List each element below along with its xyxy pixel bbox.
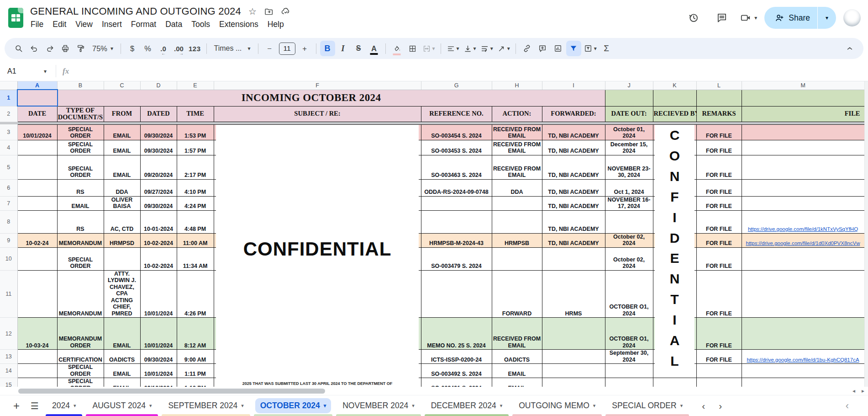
cell-C4[interactable]: EMAIL	[104, 140, 140, 155]
cell-A9[interactable]: 10-02-24	[17, 233, 57, 247]
cell-H9[interactable]: HRMPSB	[492, 233, 542, 247]
cell-C6[interactable]: DDA	[104, 179, 140, 196]
cell-J5[interactable]: NOVEMBER 23-30, 2024	[605, 155, 653, 179]
cell-A15[interactable]	[17, 378, 57, 387]
cell-K1[interactable]	[653, 90, 696, 106]
increase-decimal-button[interactable]: .00→	[171, 41, 186, 56]
cell-J1[interactable]	[605, 90, 653, 106]
cell-I14[interactable]	[542, 364, 605, 378]
row-header-12[interactable]: 12	[0, 318, 17, 350]
tab-scroll-right-icon[interactable]: ›	[719, 400, 722, 411]
sheet-tab-outgoing-memo[interactable]: OUTGOING MEMO▾	[510, 395, 604, 416]
table-header-subject-re[interactable]: SUBJECT / RE:	[214, 106, 421, 122]
cell-B11[interactable]: MEMORANDUM	[57, 270, 104, 318]
cell-M10[interactable]	[742, 247, 864, 270]
cell-H5[interactable]: RECEIVED FROM EMAIL	[492, 155, 542, 179]
version-history-icon[interactable]	[683, 7, 704, 28]
cell-L6[interactable]: FOR FILE	[696, 179, 742, 196]
table-header-remarks[interactable]: REMARKS	[696, 106, 742, 122]
cell-E11[interactable]: 4:26 PM	[177, 270, 214, 318]
row-header-3[interactable]: 3	[0, 124, 17, 140]
text-rotation-button[interactable]: ▾	[495, 41, 512, 56]
cell-B7[interactable]: EMAIL	[57, 196, 104, 210]
cell-I7[interactable]: TD, NBI ACADEMY	[542, 196, 605, 210]
horizontal-scrollbar-thumb[interactable]	[18, 389, 325, 394]
sheet-tab-august-2024[interactable]: AUGUST 2024▾	[84, 395, 160, 416]
drive-file-link[interactable]: https://drive.google.com/file/d/1d0Xd0PV…	[746, 240, 860, 246]
cell-G14[interactable]: SO-003492 S. 2024	[421, 364, 492, 378]
filter-views-button[interactable]: ▾	[582, 41, 599, 56]
cell-G5[interactable]: SO-003463 S. 2024	[421, 155, 492, 179]
cell-B5[interactable]: SPECIAL ORDER	[57, 155, 104, 179]
text-wrap-button[interactable]: ▾	[479, 41, 495, 56]
avatar[interactable]	[843, 9, 861, 27]
table-header-date[interactable]: DATE	[17, 106, 57, 122]
more-formats-button[interactable]: 123	[187, 41, 203, 56]
collapse-toolbar-icon[interactable]	[842, 41, 857, 56]
table-header-recieved-by[interactable]: RECIEVED BY:	[653, 106, 696, 122]
drive-file-link[interactable]: https://drive.google.com/file/d/1kNTxVyS…	[748, 226, 858, 232]
cell-A6[interactable]	[17, 179, 57, 196]
menu-format[interactable]: Format	[126, 19, 161, 30]
cell-H7[interactable]	[492, 196, 542, 210]
grid-corner[interactable]	[0, 81, 17, 90]
cell-J15[interactable]	[605, 378, 653, 387]
cell-L4[interactable]: FOR FILE	[696, 140, 742, 155]
cell-H15[interactable]: EMAIL	[492, 378, 542, 387]
column-header-M[interactable]: M	[742, 81, 864, 90]
sheet-tab-special-order[interactable]: SPECIAL ORDER▾	[604, 395, 691, 416]
cell-A7[interactable]	[17, 196, 57, 210]
decrease-font-size-button[interactable]: −	[262, 41, 277, 56]
cell-A4[interactable]	[17, 140, 57, 155]
menu-file[interactable]: File	[26, 19, 48, 30]
column-header-C[interactable]: C	[104, 81, 140, 90]
cell-D13[interactable]: 09/30/2024	[140, 350, 177, 364]
cell-B14[interactable]: SPECIAL ORDER	[57, 364, 104, 378]
row-header-6[interactable]: 6	[0, 179, 17, 196]
cell-H14[interactable]: EMAIL	[492, 364, 542, 378]
cell-H6[interactable]: DDA	[492, 179, 542, 196]
table-header-type-of-document-s[interactable]: TYPE OF DOCUMENT/S	[57, 106, 104, 122]
cell-D7[interactable]: 09/30/2024	[140, 196, 177, 210]
vertical-align-button[interactable]: ▾	[462, 41, 478, 56]
cell-J3[interactable]: October 01, 2024	[605, 124, 653, 140]
cell-M5[interactable]	[742, 155, 864, 179]
table-header-dated[interactable]: DATED	[140, 106, 177, 122]
cell-L3[interactable]: FOR FILE	[696, 124, 742, 140]
cell-D12[interactable]: 10/01/2024	[140, 318, 177, 350]
cell-M3[interactable]	[742, 124, 864, 140]
column-header-L[interactable]: L	[696, 81, 742, 90]
cell-G13[interactable]: ICTS-ISSP-0200-24	[421, 350, 492, 364]
cell-C12[interactable]: EMAIL	[104, 318, 140, 350]
cell-M7[interactable]	[742, 196, 864, 210]
cell-G4[interactable]: SO-003453 S. 2024	[421, 140, 492, 155]
cell-I13[interactable]	[542, 350, 605, 364]
cell-L14[interactable]	[696, 364, 742, 378]
format-percent-button[interactable]: %	[140, 41, 155, 56]
table-header-time[interactable]: TIME	[177, 106, 214, 122]
create-filter-button[interactable]	[566, 41, 581, 56]
meet-dropdown-caret-icon[interactable]: ▾	[754, 15, 757, 21]
star-icon[interactable]: ☆	[248, 7, 257, 16]
side-panel-collapse-icon[interactable]: ‹	[846, 400, 849, 412]
column-header-F[interactable]: F	[214, 81, 421, 90]
cell-E4[interactable]: 1:57 PM	[177, 140, 214, 155]
move-folder-icon[interactable]	[264, 7, 274, 16]
bold-button[interactable]: B	[320, 41, 335, 56]
cell-E10[interactable]: 11:34 AM	[177, 247, 214, 270]
cell-J9[interactable]: October 02, 2024	[605, 233, 653, 247]
cell-I4[interactable]: TD, NBI ACADEMY	[542, 140, 605, 155]
horizontal-align-button[interactable]: ▾	[445, 41, 461, 56]
cell-L11[interactable]: FOR FILE	[696, 270, 742, 318]
cell-I10[interactable]	[542, 247, 605, 270]
cell-I8[interactable]: TD, NBI ACADEMY	[542, 210, 605, 233]
row-header-2[interactable]: 2	[0, 106, 17, 122]
borders-button[interactable]	[405, 41, 420, 56]
document-title[interactable]: GENERAL INCOMING AND OUTGOING 2024	[30, 5, 241, 17]
cell-B9[interactable]: MEMORANDUM	[57, 233, 104, 247]
cell-L1[interactable]	[696, 90, 742, 106]
insert-link-button[interactable]	[520, 41, 535, 56]
cell-C13[interactable]: OADICTS	[104, 350, 140, 364]
cell-H12[interactable]: RECEIVED FROM EMAIL	[492, 318, 542, 350]
share-button[interactable]: Share ▾	[764, 7, 836, 29]
